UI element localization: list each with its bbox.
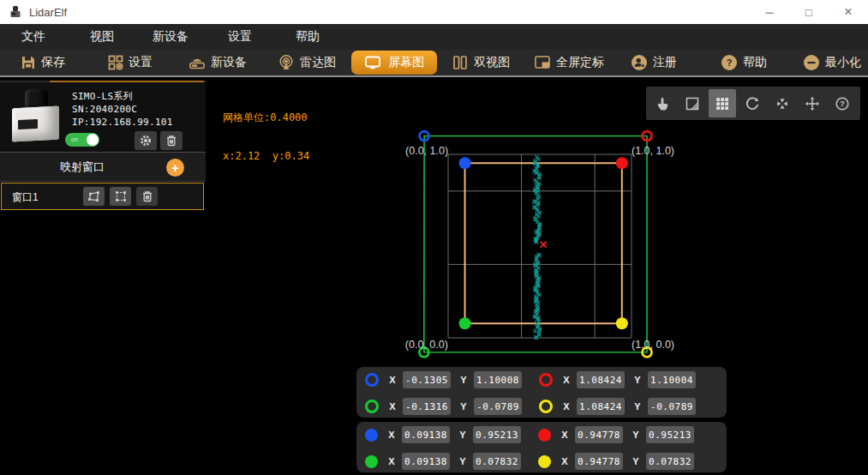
menubar: 文件 视图 新设备 设置 帮助 xyxy=(0,24,868,50)
x-value-field[interactable]: 1.08424 xyxy=(577,371,625,388)
menu-new-device[interactable]: 新设备 xyxy=(153,24,189,50)
y-value-field[interactable]: -0.0789 xyxy=(648,398,696,415)
device-card[interactable]: SIMO-LS系列 SN:2040200C IP:192.168.99.101 … xyxy=(0,81,206,153)
app-logo-icon xyxy=(9,5,22,19)
edit-region-tool-button[interactable] xyxy=(679,89,706,117)
new-device-label: 新设备 xyxy=(211,55,247,70)
radar-view-button[interactable]: 雷达图 xyxy=(278,50,336,75)
svg-text:?: ? xyxy=(727,57,733,68)
grid-info: 网格单位:0.4000 x:2.12 y:0.34 xyxy=(223,86,309,189)
x-value-field[interactable]: 0.94778 xyxy=(575,453,623,470)
toggle-knob xyxy=(87,134,99,146)
x-value-field[interactable]: 0.09138 xyxy=(402,453,450,470)
outer-top-right-entry: X 1.08424 Y 1.10004 xyxy=(539,371,696,388)
question-circle-icon: ? xyxy=(721,54,738,71)
blue-ring-marker xyxy=(365,373,379,387)
x-label: X xyxy=(561,456,568,466)
add-window-button[interactable]: + xyxy=(166,159,184,177)
window-close-button[interactable]: × xyxy=(829,0,868,24)
device-power-toggle[interactable]: on xyxy=(65,133,99,147)
edit-rect-region-button[interactable] xyxy=(110,187,131,206)
inner-top-left-entry: X 0.09138 Y 0.95213 xyxy=(365,426,521,443)
menu-settings[interactable]: 设置 xyxy=(228,24,252,50)
svg-text:?: ? xyxy=(840,99,845,108)
window-minimize-button[interactable]: ─ xyxy=(750,0,789,24)
y-value-field[interactable]: 0.95213 xyxy=(473,426,521,443)
arrows-out-tool-button[interactable] xyxy=(799,89,826,117)
help-button[interactable]: ? 帮助 xyxy=(721,50,767,75)
device-icon xyxy=(189,55,206,70)
outer-top-left-entry: X -0.1305 Y 1.10008 xyxy=(365,371,522,388)
device-settings-button[interactable] xyxy=(135,131,157,150)
rotate-tool-button[interactable] xyxy=(739,89,766,117)
y-value-field[interactable]: 1.10008 xyxy=(474,371,522,388)
gear-icon xyxy=(139,134,153,147)
pointer-tool-button[interactable] xyxy=(649,89,676,117)
y-label: Y xyxy=(460,401,467,412)
blue-dot-marker xyxy=(365,429,378,442)
outer-points-table: X -0.1305 Y 1.10008 X 1.08424 Y 1.10004 … xyxy=(356,367,727,418)
dual-view-label: 双视图 xyxy=(474,55,510,70)
arrows-in-icon xyxy=(774,95,791,112)
minimize-app-button[interactable]: 最小化 xyxy=(803,50,861,75)
register-button[interactable]: 注册 xyxy=(631,50,677,75)
save-button[interactable]: 保存 xyxy=(21,50,65,75)
arrows-out-icon xyxy=(804,95,821,112)
dual-pane-icon xyxy=(452,55,469,70)
window-maximize-button[interactable]: □ xyxy=(789,0,829,24)
dual-view-button[interactable]: 双视图 xyxy=(452,50,510,75)
table-row: X -0.1316 Y -0.0789 X 1.08424 Y -0.0789 xyxy=(356,398,727,415)
y-value-field[interactable]: 0.07832 xyxy=(473,453,521,470)
grid-icon xyxy=(714,95,731,112)
radar-icon xyxy=(278,54,295,71)
menu-view[interactable]: 视图 xyxy=(90,24,114,50)
outer-bottom-right-entry: X 1.08424 Y -0.0789 xyxy=(539,398,696,415)
window-1-row-selected[interactable]: 窗口1 xyxy=(1,183,204,210)
y-value-field[interactable]: 1.10004 xyxy=(648,371,696,388)
svg-text:(1.0, 0.0): (1.0, 0.0) xyxy=(632,339,674,351)
window-controls: ─ □ × xyxy=(750,0,868,24)
grid-squares-icon xyxy=(108,55,123,70)
trash-icon xyxy=(141,189,154,203)
sidebar: SIMO-LS系列 SN:2040200C IP:192.168.99.101 … xyxy=(0,77,206,475)
x-value-field[interactable]: -0.1305 xyxy=(403,371,451,388)
calibration-canvas[interactable]: (0.0, 1.0)(1.0, 1.0)(1.0, 0.0)(0.0, 0.0)… xyxy=(206,77,868,475)
table-row: X 0.09138 Y 0.07832 X 0.94778 Y 0.07832 xyxy=(356,453,727,470)
menu-help[interactable]: 帮助 xyxy=(296,24,320,50)
new-device-button[interactable]: 新设备 xyxy=(189,50,247,75)
window-title: LidarElf xyxy=(29,6,67,19)
window-1-label: 窗口1 xyxy=(12,190,39,205)
red-ring-marker xyxy=(539,373,553,387)
device-delete-button[interactable] xyxy=(160,131,183,150)
table-row: X 0.09138 Y 0.95213 X 0.94778 Y 0.95213 xyxy=(356,426,727,443)
screen-view-label: 屏幕图 xyxy=(388,55,424,70)
yellow-ring-marker xyxy=(539,400,553,413)
delete-window-button[interactable] xyxy=(136,187,158,206)
x-value-field[interactable]: 0.09138 xyxy=(402,426,450,443)
y-value-field[interactable]: 0.95213 xyxy=(646,426,694,443)
polygon-select-icon xyxy=(87,189,101,203)
menu-file[interactable]: 文件 xyxy=(21,24,45,50)
device-info: SIMO-LS系列 SN:2040200C IP:192.168.99.101 xyxy=(72,90,173,129)
settings-button[interactable]: 设置 xyxy=(108,50,153,75)
y-label: Y xyxy=(460,375,467,385)
register-label: 注册 xyxy=(653,55,677,70)
screen-view-button-active[interactable]: 屏幕图 xyxy=(351,51,437,75)
arrows-in-tool-button[interactable] xyxy=(769,89,796,117)
svg-text:(0.0, 0.0): (0.0, 0.0) xyxy=(405,339,448,351)
y-value-field[interactable]: 0.07832 xyxy=(646,453,694,470)
x-value-field[interactable]: -0.1316 xyxy=(403,398,451,415)
minimize-app-label: 最小化 xyxy=(825,55,861,70)
rect-handles-icon xyxy=(114,189,128,203)
y-value-field[interactable]: -0.0789 xyxy=(474,398,522,415)
x-value-field[interactable]: 0.94778 xyxy=(575,426,623,443)
hand-icon xyxy=(654,95,671,112)
edit-rect-icon xyxy=(684,95,701,112)
grid-unit-text: 网格单位:0.4000 xyxy=(223,111,309,124)
x-value-field[interactable]: 1.08424 xyxy=(577,398,625,415)
edit-polygon-button[interactable] xyxy=(83,187,105,206)
canvas-help-tool-button[interactable]: ? xyxy=(829,89,856,117)
toolbar: 保存 设置 新设备 雷达图 xyxy=(0,50,868,77)
fullscreen-calibration-button[interactable]: 全屏定标 xyxy=(534,50,604,75)
grid-tool-button-active[interactable] xyxy=(709,89,736,117)
